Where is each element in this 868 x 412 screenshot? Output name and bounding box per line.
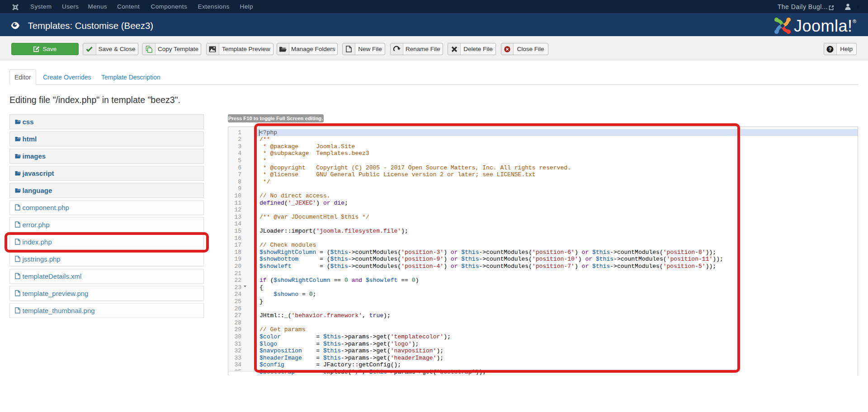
svg-text:?: ? xyxy=(829,46,832,52)
